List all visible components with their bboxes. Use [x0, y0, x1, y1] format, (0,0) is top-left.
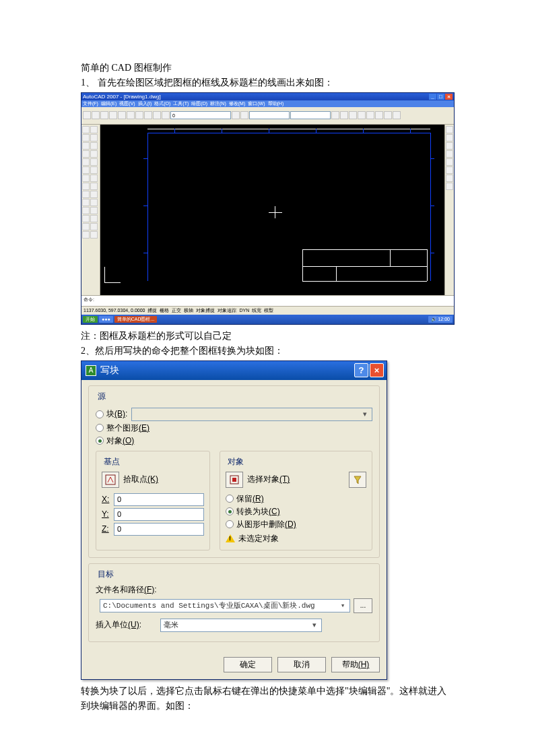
menu-edit[interactable]: 编辑(E)	[101, 100, 116, 107]
toolbar-icon[interactable]	[375, 111, 383, 119]
toolbar-icon[interactable]	[162, 111, 170, 119]
radio-delete[interactable]	[226, 520, 234, 528]
tool-icon[interactable]	[82, 183, 90, 190]
tool-icon[interactable]	[90, 126, 98, 133]
menu-modify[interactable]: 修改(M)	[229, 100, 246, 107]
path-input[interactable]: C:\Documents and Settings\专业版CAXA\桌面\新块.…	[100, 599, 350, 612]
status-model[interactable]: 模型	[264, 307, 273, 314]
quick-select-button[interactable]	[349, 472, 366, 488]
tool-icon[interactable]	[90, 150, 98, 158]
start-button[interactable]: 开始	[83, 316, 98, 323]
select-objects-button[interactable]	[226, 472, 243, 488]
tool-icon[interactable]	[90, 142, 98, 150]
taskbar-item[interactable]: ●●●	[99, 316, 113, 323]
tool-icon[interactable]	[82, 126, 90, 133]
tool-icon[interactable]	[90, 158, 98, 166]
layer-select[interactable]: 0	[170, 111, 231, 119]
maximize-button[interactable]: □	[437, 94, 444, 100]
ok-button[interactable]: 确定	[224, 657, 272, 672]
tool-icon[interactable]	[90, 231, 98, 239]
cancel-button[interactable]: 取消	[277, 657, 326, 672]
close-button[interactable]: ×	[370, 363, 384, 377]
menu-file[interactable]: 文件(F)	[83, 100, 98, 107]
tool-icon[interactable]	[446, 126, 453, 133]
toolbar-icon[interactable]	[384, 111, 392, 119]
tool-icon[interactable]	[82, 175, 90, 182]
cad-menubar[interactable]: 文件(F) 编辑(E) 视图(V) 插入(I) 格式(O) 工具(T) 绘图(D…	[81, 100, 454, 107]
menu-tools[interactable]: 工具(T)	[173, 100, 189, 107]
status-snap[interactable]: 捕捉	[147, 307, 157, 314]
tool-icon[interactable]	[446, 150, 453, 158]
status-ortho[interactable]: 正交	[172, 307, 181, 314]
tool-icon[interactable]	[90, 207, 98, 214]
tool-icon[interactable]	[82, 191, 90, 198]
tool-icon[interactable]	[90, 166, 98, 174]
toolbar-icon[interactable]	[240, 111, 248, 119]
menu-help[interactable]: 帮助(H)	[268, 100, 284, 107]
menu-draw[interactable]: 绘图(D)	[191, 100, 207, 107]
radio-entire[interactable]	[96, 424, 104, 432]
tool-icon[interactable]	[90, 175, 98, 182]
system-tray[interactable]: 🔊 12:00	[428, 316, 453, 323]
x-input[interactable]: 0	[114, 493, 204, 506]
pick-point-button[interactable]	[102, 472, 119, 488]
toolbar-icon[interactable]	[349, 111, 357, 119]
toolbar-icon[interactable]	[118, 111, 126, 119]
toolbar-icon[interactable]	[331, 111, 339, 119]
color-select[interactable]	[249, 111, 290, 119]
menu-window[interactable]: 窗口(W)	[248, 100, 265, 107]
y-input[interactable]: 0	[114, 508, 204, 521]
browse-button[interactable]: ...	[354, 598, 372, 613]
toolbar-icon[interactable]	[366, 111, 374, 119]
help-button[interactable]: ?	[354, 363, 368, 377]
z-input[interactable]: 0	[114, 523, 204, 536]
command-line[interactable]: 命令:	[81, 295, 454, 306]
tool-icon[interactable]	[446, 158, 453, 166]
toolbar-icon[interactable]	[358, 111, 366, 119]
tool-icon[interactable]	[82, 199, 90, 206]
tool-icon[interactable]	[446, 183, 453, 190]
cad-canvas[interactable]	[100, 125, 444, 295]
toolbar-icon[interactable]	[135, 111, 143, 119]
toolbar-icon[interactable]	[83, 111, 91, 119]
status-dyn[interactable]: DYN	[239, 308, 249, 313]
toolbar-icon[interactable]	[144, 111, 152, 119]
radio-objects[interactable]	[96, 437, 104, 445]
tool-icon[interactable]	[82, 223, 90, 230]
tool-icon[interactable]	[82, 166, 90, 174]
close-button[interactable]: ×	[445, 94, 453, 100]
tool-icon[interactable]	[82, 158, 90, 166]
status-osnap[interactable]: 对象捕捉	[196, 307, 215, 314]
tool-icon[interactable]	[82, 207, 90, 214]
toolbar-icon[interactable]	[340, 111, 348, 119]
menu-dim[interactable]: 标注(N)	[210, 100, 226, 107]
toolbar-icon[interactable]	[232, 111, 240, 119]
menu-format[interactable]: 格式(O)	[154, 100, 170, 107]
tool-icon[interactable]	[90, 223, 98, 230]
toolbar-icon[interactable]	[109, 111, 117, 119]
status-polar[interactable]: 极轴	[184, 307, 193, 314]
tool-icon[interactable]	[82, 215, 90, 222]
toolbar-icon[interactable]	[153, 111, 161, 119]
tool-icon[interactable]	[90, 191, 98, 198]
unit-select[interactable]: 毫米	[160, 619, 322, 632]
radio-retain[interactable]	[226, 495, 234, 503]
linetype-select[interactable]	[290, 111, 331, 119]
status-grid[interactable]: 栅格	[160, 307, 169, 314]
tool-icon[interactable]	[82, 231, 90, 239]
tool-icon[interactable]	[82, 150, 90, 158]
tool-icon[interactable]	[446, 134, 453, 141]
tool-icon[interactable]	[90, 183, 98, 190]
tool-icon[interactable]	[82, 134, 90, 141]
status-otrack[interactable]: 对象追踪	[218, 307, 236, 314]
tool-icon[interactable]	[90, 134, 98, 141]
tool-icon[interactable]	[446, 142, 453, 150]
taskbar-item[interactable]: 简单的CAD图框...	[114, 316, 158, 323]
toolbar-icon[interactable]	[92, 111, 100, 119]
toolbar-icon[interactable]	[100, 111, 108, 119]
toolbar-icon[interactable]	[127, 111, 135, 119]
radio-convert[interactable]	[226, 507, 234, 515]
menu-view[interactable]: 视图(V)	[119, 100, 135, 107]
tool-icon[interactable]	[446, 166, 453, 174]
tool-icon[interactable]	[82, 142, 90, 150]
